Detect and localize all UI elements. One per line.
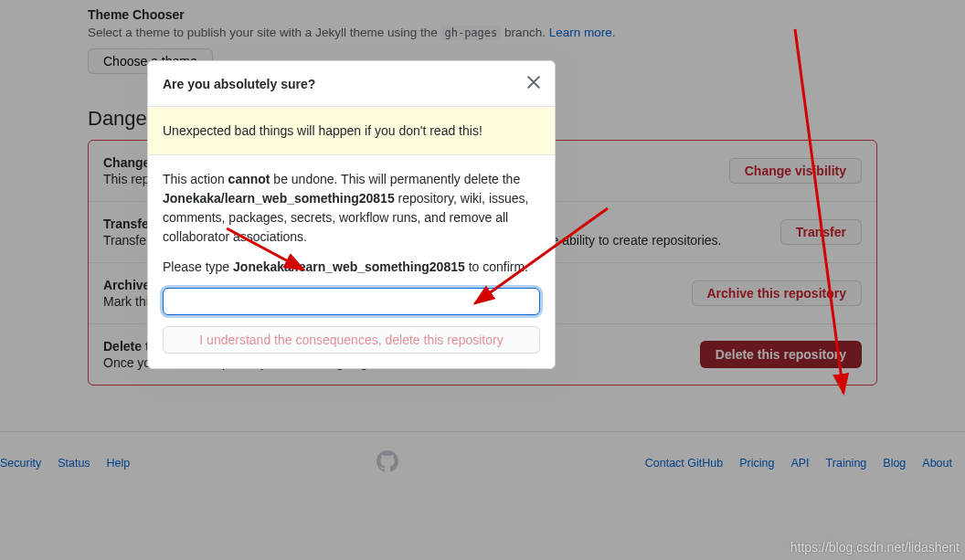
repo-name: Jonekaka/learn_web_something20815	[163, 191, 395, 206]
delete-confirmation-modal: Are you absolutely sure? Unexpected bad …	[147, 60, 556, 369]
modal-body-text: This action cannot be undone. This will …	[163, 170, 540, 247]
watermark: https://blog.csdn.net/lidashent	[790, 540, 960, 555]
modal-type-prompt: Please type Jonekaka/learn_web_something…	[163, 258, 540, 277]
modal-warning: Unexpected bad things will happen if you…	[148, 107, 555, 155]
confirm-input[interactable]	[163, 288, 540, 315]
modal-title: Are you absolutely sure?	[163, 77, 315, 91]
close-icon[interactable]	[527, 76, 540, 91]
confirm-delete-button[interactable]: I understand the consequences, delete th…	[163, 326, 540, 354]
